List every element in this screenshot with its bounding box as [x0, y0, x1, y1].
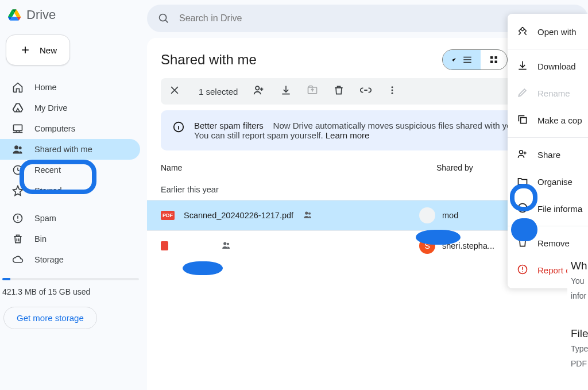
- info-icon: [172, 121, 185, 140]
- shared-icon: [221, 240, 231, 252]
- svg-point-21: [520, 150, 523, 154]
- shared-by-name: sheri.stepha...: [442, 241, 494, 250]
- svg-point-19: [226, 242, 229, 245]
- svg-point-17: [308, 212, 311, 214]
- avatar: [419, 207, 435, 223]
- sidebar-item-label: Shared with me: [34, 145, 92, 154]
- svg-point-5: [160, 14, 167, 21]
- sidebar-item-recent[interactable]: Recent: [0, 160, 140, 180]
- svg-rect-9: [495, 61, 498, 64]
- computer-icon: [11, 123, 24, 134]
- grid-view-button[interactable]: [481, 50, 507, 69]
- svg-point-1: [14, 145, 18, 149]
- bin-icon: [11, 233, 24, 245]
- svg-rect-8: [490, 61, 493, 64]
- view-toggle[interactable]: [442, 49, 508, 70]
- svg-point-2: [19, 146, 22, 149]
- page-title: Shared with me: [161, 52, 257, 68]
- sidebar-item-spam[interactable]: Spam: [0, 208, 140, 229]
- sidebar-item-my-drive[interactable]: My Drive: [0, 98, 140, 118]
- sidebar-item-label: Starred: [34, 186, 62, 195]
- svg-rect-7: [495, 56, 498, 59]
- sidebar-item-computers[interactable]: Computers: [0, 118, 140, 139]
- trash-icon: [517, 237, 528, 250]
- svg-point-13: [392, 90, 393, 91]
- search-icon: [157, 12, 170, 25]
- report-icon: [517, 264, 528, 277]
- move-button[interactable]: [307, 84, 318, 98]
- new-button[interactable]: New: [6, 34, 70, 65]
- share-icon: [517, 148, 528, 161]
- people-icon: [11, 144, 24, 155]
- drive-icon: [11, 102, 24, 114]
- selected-count: 1 selected: [199, 87, 238, 96]
- cloud-icon: [11, 254, 24, 265]
- drive-logo[interactable]: Drive: [0, 3, 147, 32]
- menu-download[interactable]: Download: [508, 53, 588, 80]
- file-name: Scanned_20240226-1217.pdf: [184, 211, 293, 220]
- spam-icon: [11, 213, 24, 224]
- delete-button[interactable]: [333, 84, 345, 98]
- pdf-icon: [161, 241, 168, 250]
- sidebar-item-label: Storage: [34, 255, 64, 264]
- sidebar-item-starred[interactable]: Starred: [0, 180, 140, 201]
- menu-make-copy[interactable]: Make a cop: [508, 107, 588, 134]
- get-more-storage-button[interactable]: Get more storage: [3, 307, 97, 329]
- rename-icon: [517, 87, 528, 100]
- details-panel: Wh You infor File Type PDF: [567, 253, 588, 371]
- clock-icon: [11, 164, 24, 176]
- menu-organise[interactable]: Organise: [508, 168, 588, 195]
- banner-title: Better spam filters: [194, 121, 264, 130]
- svg-point-10: [256, 86, 259, 90]
- svg-point-18: [223, 242, 226, 245]
- pdf-icon: PDF: [161, 211, 175, 220]
- storage-text: 421.3 MB of 15 GB used: [0, 280, 147, 296]
- banner-learn-more-link[interactable]: Learn more: [326, 130, 370, 140]
- sidebar-item-label: Recent: [34, 165, 61, 175]
- menu-rename: Rename: [508, 80, 588, 107]
- sidebar-item-storage[interactable]: Storage: [0, 249, 140, 270]
- svg-point-16: [305, 211, 308, 214]
- brand-text: Drive: [26, 7, 56, 22]
- folder-icon: [517, 175, 528, 188]
- star-icon: [11, 185, 24, 196]
- svg-point-14: [392, 92, 393, 94]
- svg-point-12: [392, 86, 393, 88]
- info-icon: [517, 202, 528, 215]
- avatar: S: [419, 238, 435, 254]
- sidebar-item-label: My Drive: [34, 103, 67, 113]
- sidebar-item-label: Home: [34, 83, 57, 92]
- shared-by-name: mod: [442, 211, 458, 220]
- sidebar-item-home[interactable]: Home: [0, 77, 140, 98]
- sidebar-item-bin[interactable]: Bin: [0, 229, 140, 249]
- svg-rect-6: [490, 56, 493, 59]
- menu-share[interactable]: Share: [508, 141, 588, 168]
- sidebar-item-shared-with-me[interactable]: Shared with me: [0, 139, 140, 160]
- menu-open-with[interactable]: Open with: [508, 18, 588, 45]
- context-menu: Open with Download Rename Make a cop Sha…: [508, 14, 588, 288]
- drive-logo-icon: [8, 6, 21, 24]
- home-icon: [11, 82, 24, 93]
- svg-rect-20: [521, 118, 527, 123]
- menu-file-info[interactable]: File informa: [508, 195, 588, 222]
- shared-icon: [303, 210, 313, 222]
- share-button[interactable]: [253, 84, 265, 99]
- open-with-icon: [517, 25, 528, 38]
- column-header-name[interactable]: Name: [161, 163, 436, 172]
- new-button-label: New: [40, 45, 57, 55]
- sidebar-item-label: Spam: [34, 214, 56, 223]
- plus-icon: [19, 44, 32, 56]
- clear-selection-button[interactable]: [169, 84, 180, 98]
- more-actions-button[interactable]: [387, 85, 397, 98]
- sidebar-item-label: Computers: [34, 124, 75, 133]
- link-button[interactable]: [359, 84, 372, 99]
- list-view-button[interactable]: [443, 50, 481, 69]
- sidebar-item-label: Bin: [34, 234, 47, 244]
- download-icon: [517, 60, 528, 73]
- download-button[interactable]: [280, 84, 292, 98]
- copy-icon: [517, 114, 528, 127]
- svg-rect-0: [14, 125, 22, 130]
